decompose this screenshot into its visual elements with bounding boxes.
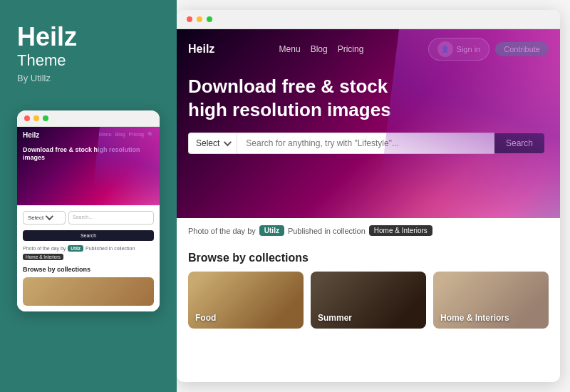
app-subtitle: Theme (17, 51, 160, 70)
mobile-body: Select Search... Search Photo of the day… (17, 205, 160, 311)
desktop-hero: Heilz Menu Blog Pricing 👤 Sign in Contri… (177, 29, 560, 218)
mobile-collection-image (23, 277, 154, 306)
mobile-search-button[interactable]: Search (23, 230, 154, 241)
mobile-hero: Heilz Menu Blog Pricing 🔍 Download free … (17, 127, 160, 205)
utilz-badge: Utilz (68, 245, 83, 252)
right-panel: Heilz Menu Blog Pricing 👤 Sign in Contri… (177, 0, 570, 392)
collection-summer-label: Summer (318, 313, 352, 323)
desktop-browser-bar (177, 10, 560, 29)
mobile-logo: Heilz (23, 131, 39, 139)
home-badge-lg: Home & Interiors (369, 225, 432, 236)
mobile-browser-bar (17, 110, 160, 127)
desktop-nav-links: Menu Blog Pricing (279, 44, 364, 54)
desktop-close-dot (187, 16, 192, 22)
left-panel: Heilz Theme By Utillz Heilz Menu Blog Pr… (0, 0, 177, 392)
mobile-photo-day: Photo of the day by Utilz Published in c… (23, 245, 154, 260)
mobile-search-input[interactable]: Search... (68, 211, 154, 225)
app-name: Heilz Theme By Utillz (17, 23, 160, 98)
collections-grid: Food Summer Home & Interiors (188, 272, 549, 329)
collection-home-label: Home & Interiors (440, 313, 509, 323)
desktop-browser: Heilz Menu Blog Pricing 👤 Sign in Contri… (177, 10, 560, 382)
chevron-down-icon (224, 138, 232, 146)
nav-menu[interactable]: Menu (279, 44, 301, 54)
desktop-minimize-dot (197, 16, 202, 22)
mobile-preview-card: Heilz Menu Blog Pricing 🔍 Download free … (17, 110, 160, 311)
collection-card-summer[interactable]: Summer (311, 272, 426, 329)
nav-blog[interactable]: Blog (311, 44, 328, 54)
desktop-expand-dot (207, 16, 212, 22)
photo-day-bar: Photo of the day by Utilz Published in c… (177, 218, 560, 243)
app-byline: By Utillz (17, 73, 160, 83)
mobile-browse-title: Browse by collections (23, 266, 154, 273)
mobile-select[interactable]: Select (23, 211, 66, 225)
desktop-logo: Heilz (188, 43, 214, 56)
nav-pricing[interactable]: Pricing (338, 44, 364, 54)
minimize-dot (33, 115, 39, 121)
collection-card-home[interactable]: Home & Interiors (433, 272, 549, 329)
home-badge: Home & Interiors (23, 254, 63, 260)
chevron-down-icon (46, 212, 53, 220)
desktop-select[interactable]: Select (188, 133, 237, 154)
utilz-badge-lg: Utilz (259, 225, 284, 236)
collection-food-label: Food (195, 313, 216, 323)
collections-title: Browse by collections (188, 252, 549, 264)
expand-dot (43, 115, 48, 121)
collections-section: Browse by collections Food Summer Home &… (177, 243, 560, 337)
collection-card-food[interactable]: Food (188, 272, 304, 329)
app-title: Heilz (17, 23, 160, 51)
mobile-search-row: Select Search... (23, 211, 154, 225)
close-dot (24, 115, 30, 121)
